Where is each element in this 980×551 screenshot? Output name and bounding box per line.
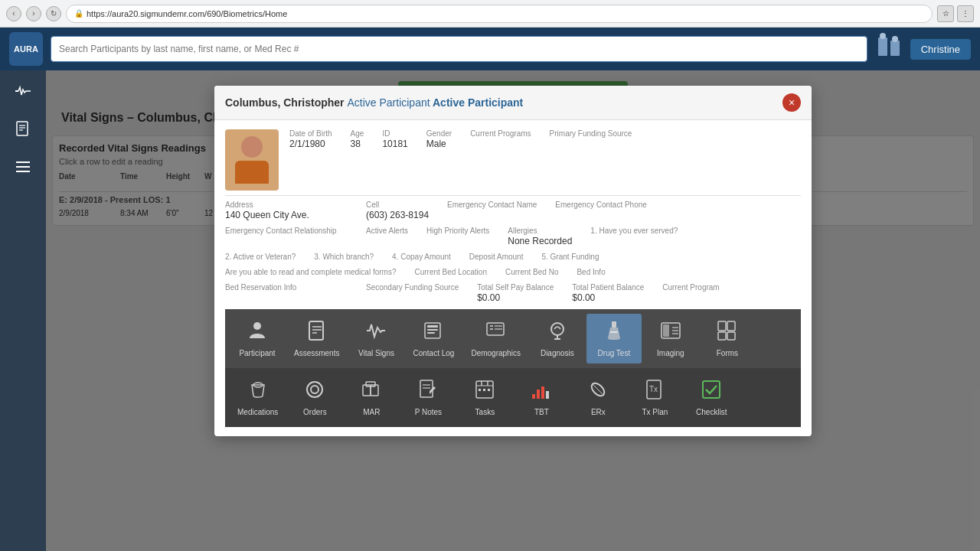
nav-contact-log[interactable]: Contact Log	[405, 314, 462, 364]
balance-row: Bed Reservation Info Secondary Funding S…	[225, 283, 801, 303]
sidebar-item-menu[interactable]	[0, 152, 46, 187]
active-alerts-label: Active Alerts	[366, 227, 408, 235]
assessments-icon	[306, 320, 328, 346]
cell-value: (603) 263-8194	[366, 210, 429, 220]
svg-rect-4	[15, 90, 18, 92]
checklist-icon	[701, 379, 722, 405]
dob-label: Date of Birth	[289, 129, 332, 138]
demographics-row1: Date of Birth 2/1/1980 Age 38 ID 10181	[289, 129, 801, 149]
high-priority-field: High Priority Alerts	[426, 227, 489, 246]
nav-demographics[interactable]: Demographics	[463, 314, 528, 364]
current-program-field: Current Program	[662, 283, 719, 303]
svg-point-2	[880, 33, 886, 39]
copay-label: 4. Copay Amount	[392, 253, 451, 261]
nav-orders[interactable]: Orders	[287, 373, 342, 422]
bookmark-icon[interactable]: ☆	[937, 5, 954, 22]
nav-vital-signs[interactable]: Vital Signs	[348, 314, 403, 364]
participant-label: Participant	[239, 349, 275, 357]
svg-rect-35	[718, 321, 726, 331]
svg-rect-5	[17, 122, 28, 135]
svg-rect-45	[420, 380, 433, 397]
back-button[interactable]: ‹	[6, 6, 21, 21]
nav-tbt[interactable]: TBT	[514, 373, 569, 422]
forward-button[interactable]: ›	[26, 6, 41, 21]
av-label: 2. Active or Veteran?	[225, 253, 296, 261]
medical-forms-label: Are you able to read and complete medica…	[225, 268, 396, 276]
tbt-icon	[531, 379, 552, 405]
bed-res-label: Bed Reservation Info	[225, 283, 348, 292]
tasks-icon	[474, 379, 495, 405]
sidebar-item-docs[interactable]	[0, 114, 46, 150]
nav-tx-plan[interactable]: Tx Tx Plan	[627, 373, 682, 422]
funding-field: Primary Funding Source	[550, 129, 632, 149]
checklist-label: Checklist	[696, 408, 727, 416]
grant-field: 5. Grant Funding	[541, 253, 599, 262]
nav-forms[interactable]: Forms	[700, 314, 755, 364]
svg-rect-53	[483, 389, 485, 391]
modal-body: Date of Birth 2/1/1980 Age 38 ID 10181	[214, 120, 812, 436]
nav-imaging[interactable]: Imaging	[643, 314, 698, 364]
bed-no-field: Current Bed No	[505, 268, 558, 277]
refresh-button[interactable]: ↻	[46, 6, 61, 21]
nav-participant[interactable]: Participant	[230, 314, 285, 364]
svg-rect-13	[309, 321, 323, 340]
cur-prog-label: Current Program	[662, 283, 719, 292]
aura-logo: AURA	[9, 32, 43, 66]
imaging-label: Imaging	[657, 349, 684, 357]
medications-icon	[247, 379, 269, 405]
url-bar[interactable]: 🔒 https://aura20.sigmundemr.com/690/Biom…	[66, 5, 933, 23]
svg-rect-54	[488, 389, 490, 391]
nav-diagnosis[interactable]: Diagnosis	[530, 314, 585, 364]
nav-checklist[interactable]: Checklist	[684, 373, 739, 422]
content-area: ✕ Biometric saved Vital Signs – Columbus…	[46, 70, 980, 551]
dob-value: 2/1/1980	[289, 139, 325, 149]
p-notes-icon	[417, 379, 439, 405]
bed-location-label: Current Bed Location	[414, 268, 487, 276]
browser-chrome: ‹ › ↻ 🔒 https://aura20.sigmundemr.com/69…	[0, 0, 980, 28]
docs-icon	[14, 120, 32, 142]
nav-erx[interactable]: ERx	[570, 373, 626, 422]
bed-reservation-field: Bed Reservation Info	[225, 283, 348, 303]
ec-relationship-field: Emergency Contact Relationship	[225, 227, 348, 246]
patient-info-section: Date of Birth 2/1/1980 Age 38 ID 10181	[225, 129, 801, 191]
nav-drug-test[interactable]: Drug Test	[586, 314, 642, 364]
reports-icon[interactable]	[875, 33, 903, 65]
svg-rect-57	[541, 386, 544, 399]
nav-tasks[interactable]: Tasks	[457, 373, 512, 422]
gender-label: Gender	[426, 129, 452, 138]
tbt-label: TBT	[534, 408, 549, 416]
drug-test-label: Drug Test	[598, 349, 631, 357]
menu-lines-icon	[14, 158, 32, 180]
erx-icon	[587, 379, 609, 405]
nav-mar[interactable]: MAR	[344, 373, 399, 422]
drug-test-icon	[603, 320, 625, 346]
modal-patient-name: Columbus, Christopher	[225, 96, 345, 109]
address-row: Address 140 Queen City Ave. Cell (603) 2…	[225, 201, 801, 220]
erx-label: ERx	[591, 408, 606, 416]
sec-funding-label: Secondary Funding Source	[366, 283, 459, 292]
left-sidebar	[0, 70, 46, 551]
nav-p-notes[interactable]: P Notes	[400, 373, 456, 422]
demographics-label: Demographics	[471, 349, 520, 357]
allergies-field: Allergies None Recorded	[508, 227, 572, 246]
modal-overlay: Columbus, Christopher Active Participant…	[46, 70, 980, 551]
svg-rect-0	[878, 37, 887, 56]
nav-medications[interactable]: Medications	[230, 373, 286, 422]
address-label: Address	[225, 201, 348, 209]
branch-field: 3. Which branch?	[314, 253, 374, 262]
nav-icons-row2: Medications Orders	[225, 368, 801, 427]
avatar-body	[235, 161, 269, 184]
search-input[interactable]	[51, 36, 867, 62]
ec-name-field: Emergency Contact Name	[447, 201, 537, 220]
user-button[interactable]: Christine	[910, 39, 971, 60]
svg-rect-20	[427, 332, 435, 334]
contact-log-icon	[423, 320, 444, 346]
nav-assessments[interactable]: Assessments	[286, 314, 347, 364]
divider1	[225, 195, 801, 196]
modal-close-button[interactable]: ×	[782, 93, 801, 112]
menu-icon[interactable]: ⋮	[957, 5, 974, 22]
bed-location-field: Current Bed Location	[414, 268, 487, 277]
mar-label: MAR	[363, 408, 380, 416]
sidebar-item-vitals[interactable]	[0, 77, 46, 112]
patient-demographics: Date of Birth 2/1/1980 Age 38 ID 10181	[289, 129, 801, 154]
